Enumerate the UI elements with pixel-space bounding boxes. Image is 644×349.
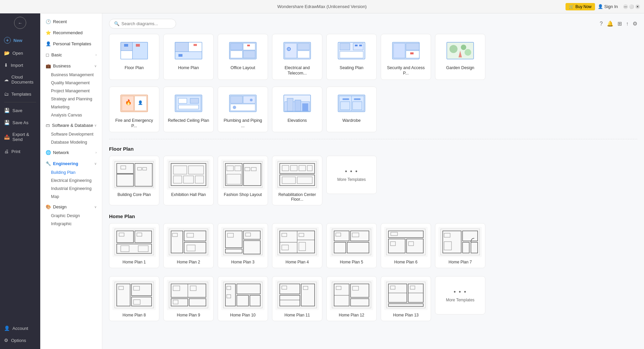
sidebar-item-account[interactable]: 👤 Account xyxy=(0,323,40,334)
home-plan-3-label: Home Plan 3 xyxy=(231,260,254,264)
sidebar-sub-mk[interactable]: Marketing xyxy=(40,103,102,111)
sidebar-network-header[interactable]: 🌐Network › xyxy=(40,148,102,157)
back-button[interactable]: ← xyxy=(14,17,26,29)
settings-icon[interactable]: ⚙ xyxy=(633,20,637,27)
export-icon: 📤 xyxy=(4,134,10,140)
sidebar-sub-sp[interactable]: Strategy and Planning xyxy=(40,95,102,103)
sidebar-sub-pm[interactable]: Project Management xyxy=(40,87,102,95)
sidebar-sub-sd[interactable]: Software Development xyxy=(40,130,102,138)
template-home-plan-10[interactable]: Home Plan 10 xyxy=(218,276,268,321)
search-box[interactable]: 🔍 xyxy=(109,19,176,29)
rehabilitation-label: Rehabilitation Center Floor... xyxy=(276,192,319,202)
category-card-office-layout[interactable]: Office Layout xyxy=(218,34,268,80)
sidebar-section-software: 🗃Software & Database ∨ Software Developm… xyxy=(40,120,102,147)
sidebar-item-export[interactable]: 📤 Export & Send xyxy=(0,129,40,145)
main-content: 🔍 ? 🔔 ⊞ ↑ ⚙ xyxy=(102,13,644,349)
home-plan-1-img xyxy=(112,227,156,257)
home-plan-2-img xyxy=(167,227,210,257)
sidebar-recent-header[interactable]: 🕐Recent xyxy=(40,17,102,27)
template-home-plan-11[interactable]: Home Plan 11 xyxy=(272,276,322,321)
template-exhibition-hall[interactable]: Exhibition Hall Plan xyxy=(163,156,214,205)
sidebar-item-import[interactable]: ⬇ Import xyxy=(0,60,40,70)
svg-rect-11 xyxy=(178,54,182,57)
sidebar-business-header[interactable]: 💼Business ∨ xyxy=(40,61,102,71)
grid-icon[interactable]: ⊞ xyxy=(618,20,622,27)
category-card-floor-plan[interactable]: Floor Plan xyxy=(109,34,159,80)
template-home-plan-5[interactable]: Home Plan 5 xyxy=(326,223,377,268)
category-card-wardrobe[interactable]: Wardrobe xyxy=(326,87,377,133)
category-card-elevations[interactable]: Elevations xyxy=(272,87,322,133)
category-card-electrical[interactable]: Electrical and Telecom... xyxy=(272,34,322,80)
sidebar-recommended-header[interactable]: ⭐Recommended xyxy=(40,28,102,38)
help-icon[interactable]: ? xyxy=(600,21,603,27)
sidebar-software-header[interactable]: 🗃Software & Database ∨ xyxy=(40,120,102,130)
template-home-plan-7[interactable]: Home Plan 7 xyxy=(435,223,485,268)
template-fashion-shop[interactable]: Fashion Shop Layout xyxy=(218,156,268,205)
plumbing-label: Plumbing and Piping ... xyxy=(221,118,264,129)
template-rehabilitation[interactable]: Rehabilitation Center Floor... xyxy=(272,156,322,205)
home-plan-more-templates[interactable]: • • • More Templates xyxy=(435,276,485,314)
seating-image xyxy=(335,39,368,62)
user-icon: 👤 xyxy=(598,4,603,9)
home-plan-5-img xyxy=(330,227,373,257)
sidebar-item-open[interactable]: 📂 Open xyxy=(0,48,40,58)
template-home-plan-13[interactable]: Home Plan 13 xyxy=(381,276,431,321)
svg-rect-151 xyxy=(115,282,154,308)
sidebar-item-save[interactable]: 💾 Save xyxy=(0,105,40,116)
category-card-security[interactable]: Security and Access P... xyxy=(381,34,431,80)
rehabilitation-img xyxy=(275,159,319,190)
template-home-plan-6[interactable]: Home Plan 6 xyxy=(381,223,431,268)
template-home-plan-2[interactable]: Home Plan 2 xyxy=(163,223,214,268)
close-button[interactable]: ✕ xyxy=(635,4,640,9)
sidebar-sub-bm[interactable]: Business Management xyxy=(40,71,102,79)
notification-icon[interactable]: 🔔 xyxy=(607,20,613,27)
sidebar-sub-dm[interactable]: Database Modeling xyxy=(40,138,102,146)
sign-in-button[interactable]: 👤 Sign In xyxy=(598,4,618,9)
category-card-fire[interactable]: 🔥 👤 Fire and Emergency P... xyxy=(109,87,159,133)
category-card-ceiling[interactable]: Reflected Ceiling Plan xyxy=(163,87,214,133)
template-home-plan-8[interactable]: Home Plan 8 xyxy=(109,276,159,321)
sidebar-personal-header[interactable]: 👤Personal Templates xyxy=(40,39,102,49)
floor-plan-more-templates[interactable]: • • • More Templates xyxy=(326,156,377,194)
sidebar-sub-ac[interactable]: Analysis Canvas xyxy=(40,111,102,119)
svg-rect-14 xyxy=(243,43,255,50)
sidebar-sub-ee[interactable]: Electrical Engineering xyxy=(40,177,102,185)
share-icon[interactable]: ↑ xyxy=(626,21,629,27)
template-home-plan-4[interactable]: Home Plan 4 xyxy=(272,223,322,268)
sidebar-basic-header[interactable]: ◻Basic › xyxy=(40,50,102,60)
svg-rect-35 xyxy=(410,52,414,54)
template-home-plan-12[interactable]: Home Plan 12 xyxy=(326,276,377,321)
engineering-chevron: ∨ xyxy=(94,162,97,165)
maximize-button[interactable]: ⬜ xyxy=(629,4,634,9)
sidebar-engineering-header[interactable]: 🔧Engineering ∨ xyxy=(40,159,102,168)
buy-now-button[interactable]: 🛒 Buy Now xyxy=(566,3,595,10)
sidebar-item-templates[interactable]: 🗂 Templates xyxy=(0,89,40,99)
category-card-seating[interactable]: Seating Plan xyxy=(326,34,377,80)
template-home-plan-3[interactable]: Home Plan 3 xyxy=(218,223,268,268)
sidebar-item-saveas[interactable]: 💾 Save As xyxy=(0,117,40,128)
sidebar-sub-map[interactable]: Map xyxy=(40,193,102,201)
sidebar-sub-info[interactable]: Infographic xyxy=(40,220,102,228)
minimize-button[interactable]: — xyxy=(623,4,628,9)
sidebar-sub-qm[interactable]: Quality Management xyxy=(40,79,102,87)
template-home-plan-1[interactable]: Home Plan 1 xyxy=(109,223,159,268)
home-plan-12-img xyxy=(330,280,373,310)
sidebar-sub-bp[interactable]: Building Plan xyxy=(40,168,102,177)
category-card-garden[interactable]: Garden Design xyxy=(435,34,485,80)
recent-icon: 🕐 xyxy=(46,19,51,24)
search-input[interactable] xyxy=(121,21,171,26)
category-card-plumbing[interactable]: Plumbing and Piping ... xyxy=(218,87,268,133)
category-card-home-plan[interactable]: Home Plan xyxy=(163,34,214,80)
template-home-plan-9[interactable]: Home Plan 9 xyxy=(163,276,214,321)
sidebar-item-cloud[interactable]: ☁ Cloud Documents xyxy=(0,72,40,87)
sidebar-sub-gd[interactable]: Graphic Design xyxy=(40,212,102,220)
sidebar-item-print[interactable]: 🖨 Print xyxy=(0,146,40,157)
sidebar-sub-ie[interactable]: Industrial Engineering xyxy=(40,185,102,193)
sidebar-item-options[interactable]: ⚙ Options xyxy=(0,335,40,346)
sidebar-item-new[interactable]: + New xyxy=(0,34,40,46)
search-icon: 🔍 xyxy=(114,21,119,26)
template-building-core[interactable]: Building Core Plan xyxy=(109,156,159,205)
category-grid-row2: 🔥 👤 Fire and Emergency P... Re xyxy=(109,87,637,133)
electrical-label: Electrical and Telecom... xyxy=(276,65,319,76)
sidebar-design-header[interactable]: 🎨Design ∨ xyxy=(40,202,102,212)
